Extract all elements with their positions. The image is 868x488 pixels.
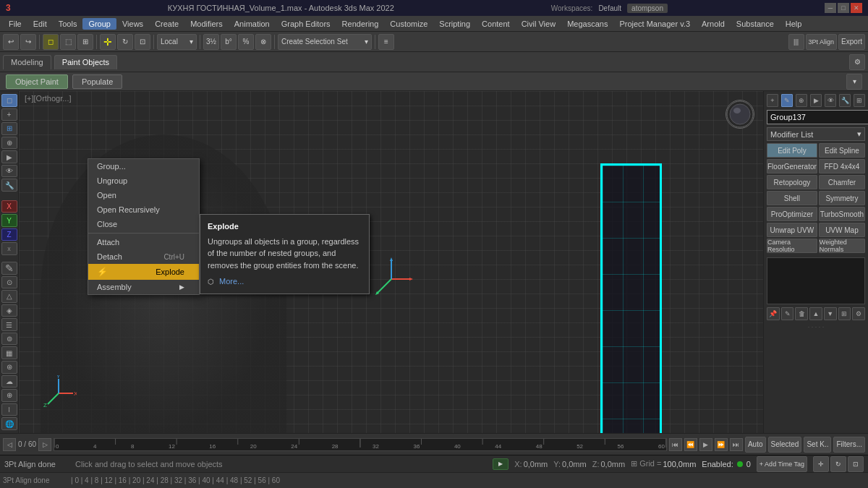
panel-icon-motion[interactable]: ▶ <box>810 94 822 107</box>
coord-dropdown[interactable]: Local▾ <box>157 34 197 50</box>
menu-entry-ungroup[interactable]: Ungroup <box>88 174 199 188</box>
menu-entry-explode[interactable]: ⚡ Explode <box>88 264 199 280</box>
menu-entry-group[interactable]: Group... <box>88 159 199 174</box>
tooltip-more-link[interactable]: More... <box>219 277 244 286</box>
menu-animation[interactable]: Animation <box>229 18 276 30</box>
selected-dropdown[interactable]: Selected <box>768 437 802 453</box>
sidebar-tool-11[interactable]: ⁞ <box>1 403 17 416</box>
modifier-retopology[interactable]: Retopology <box>767 175 817 189</box>
panel-trash-icon[interactable]: 🗑 <box>795 307 808 320</box>
select-region-button[interactable]: ⬚ <box>60 34 76 50</box>
panel-icon-plus[interactable]: + <box>767 94 778 107</box>
sidebar-motion[interactable]: ▶ <box>1 150 17 163</box>
ribbon-toggle[interactable]: ≡ <box>378 34 394 50</box>
sidebar-xyz-y[interactable]: Y <box>1 214 17 227</box>
menu-tools[interactable]: Tools <box>53 18 83 30</box>
select-object-button[interactable]: ◻ <box>43 34 59 50</box>
redo-button[interactable]: ↪ <box>20 34 36 50</box>
add-time-tag-btn[interactable]: + Add Time Tag <box>757 456 807 472</box>
close-button[interactable]: ✕ <box>851 3 862 13</box>
menu-megascans[interactable]: Megascans <box>561 18 613 30</box>
menu-substance[interactable]: Substance <box>731 18 780 30</box>
sidebar-tool-3[interactable]: △ <box>1 290 17 303</box>
menu-arnold[interactable]: Arnold <box>696 18 731 30</box>
menu-entry-detach[interactable]: Detach Ctrl+U <box>88 249 199 264</box>
minimize-button[interactable]: ─ <box>825 3 836 13</box>
sidebar-xyz-x[interactable]: X <box>1 200 17 213</box>
panel-icon-display[interactable]: 👁 <box>825 94 836 107</box>
menu-content[interactable]: Content <box>476 18 516 30</box>
export-button[interactable]: Export <box>838 34 865 50</box>
menu-entry-open[interactable]: Open <box>88 188 199 202</box>
timeline-prev-btn[interactable]: ◁ <box>3 438 16 451</box>
modifier-floor-generator[interactable]: FloorGenerator <box>767 159 817 174</box>
panel-icon-utils[interactable]: 🔧 <box>839 94 851 107</box>
sidebar-hierarchy[interactable]: ⊕ <box>1 137 17 150</box>
sidebar-select[interactable]: ◻ <box>1 94 17 107</box>
object-name-field[interactable] <box>767 110 868 124</box>
menu-file[interactable]: File <box>3 18 27 30</box>
angle-snap-button[interactable]: b° <box>221 34 237 50</box>
menu-entry-open-recursively[interactable]: Open Recursively <box>88 202 199 217</box>
panel-config-icon[interactable]: ⚙ <box>852 307 865 320</box>
prev-frame-btn[interactable]: ⏪ <box>684 438 697 451</box>
modifier-weighted-normals[interactable]: Weighted Normals <box>819 239 865 253</box>
play-end-btn[interactable]: ⏭ <box>730 438 743 451</box>
menu-entry-assembly[interactable]: Assembly ▶ <box>88 280 199 294</box>
tab-paint-objects[interactable]: Paint Objects <box>54 55 117 69</box>
modifier-turbosmooth[interactable]: TurboSmooth <box>819 207 865 221</box>
tab-modeling[interactable]: Modeling <box>3 55 51 69</box>
panel-pin-icon[interactable]: 📌 <box>767 307 780 320</box>
modifier-chamfer[interactable]: Chamfer <box>819 175 865 189</box>
sidebar-modify[interactable]: ⊞ <box>1 122 17 135</box>
sidebar-tool-12[interactable]: 🌐 <box>1 417 17 430</box>
modifier-shell[interactable]: Shell <box>767 191 817 205</box>
transform-scale[interactable]: ⊡ <box>848 456 864 472</box>
sidebar-tool-2[interactable]: ⊙ <box>1 276 17 289</box>
sidebar-tool-4[interactable]: ◈ <box>1 304 17 317</box>
viewport[interactable]: [+][Orthogr...] X Y Z <box>19 91 763 433</box>
modifier-camera-resolution[interactable]: Camera Resolutio <box>767 239 817 253</box>
menu-civil-view[interactable]: Civil View <box>516 18 561 30</box>
panel-icon-select[interactable]: ✎ <box>781 94 793 107</box>
menu-views[interactable]: Views <box>116 18 149 30</box>
panel-icon-hierarchy[interactable]: ⊕ <box>796 94 807 107</box>
menu-customize[interactable]: Customize <box>384 18 433 30</box>
auto-dropdown[interactable]: Auto <box>745 437 766 453</box>
menu-help[interactable]: Help <box>780 18 808 30</box>
sidebar-tool-10[interactable]: ⊕ <box>1 389 17 402</box>
play-start-btn[interactable]: ⏮ <box>669 438 682 451</box>
modifier-ffd-4x4x4[interactable]: FFD 4x4x4 <box>819 159 865 174</box>
modifier-uvw-map[interactable]: UVW Map <box>819 223 865 237</box>
timeline-track[interactable]: 0 4 8 12 16 20 24 28 32 36 40 44 48 52 5… <box>54 438 667 451</box>
modifier-symmetry[interactable]: Symmetry <box>819 191 865 205</box>
menu-scripting[interactable]: Scripting <box>433 18 476 30</box>
scale-button[interactable]: ⊡ <box>135 34 150 50</box>
select-move-button[interactable]: ✛ <box>100 34 116 50</box>
sidebar-tool-6[interactable]: ⊚ <box>1 333 17 346</box>
modifier-edit-poly[interactable]: Edit Poly <box>767 143 817 158</box>
modifier-edit-spline[interactable]: Edit Spline <box>819 143 865 158</box>
3pt-align-button[interactable]: 3Pt Align <box>806 34 838 50</box>
maximize-button[interactable]: □ <box>838 3 849 13</box>
menu-edit[interactable]: Edit <box>27 18 53 30</box>
menu-modifiers[interactable]: Modifiers <box>184 18 229 30</box>
sidebar-tool-8[interactable]: ⊛ <box>1 361 17 374</box>
timeline-next-btn[interactable]: ▷ <box>38 438 51 451</box>
play-btn[interactable]: ▶ <box>699 438 712 451</box>
sidebar-tool-9[interactable]: ☁ <box>1 375 17 388</box>
object-paint-button[interactable]: Object Paint <box>6 74 68 89</box>
sidebar-tool-7[interactable]: ▦ <box>1 346 17 359</box>
3d-snap-button[interactable]: 3½ <box>203 34 219 50</box>
set-key-btn[interactable]: Set K.. <box>804 437 831 453</box>
percent-snap-button[interactable]: % <box>238 34 254 50</box>
modifier-unwrap-uvw[interactable]: Unwrap UVW <box>767 223 817 237</box>
panel-down-icon[interactable]: ▼ <box>824 307 837 320</box>
next-frame-btn[interactable]: ⏩ <box>715 438 728 451</box>
panel-icon-extra[interactable]: ⊞ <box>854 94 865 107</box>
selection-filter-button[interactable]: Create Selection Set▾ <box>278 34 372 50</box>
window-crossing-button[interactable]: ⊞ <box>77 34 93 50</box>
sidebar-tool-5[interactable]: ☰ <box>1 318 17 331</box>
panel-edit-icon[interactable]: ✎ <box>781 307 794 320</box>
align-button[interactable]: ||| <box>788 34 804 50</box>
